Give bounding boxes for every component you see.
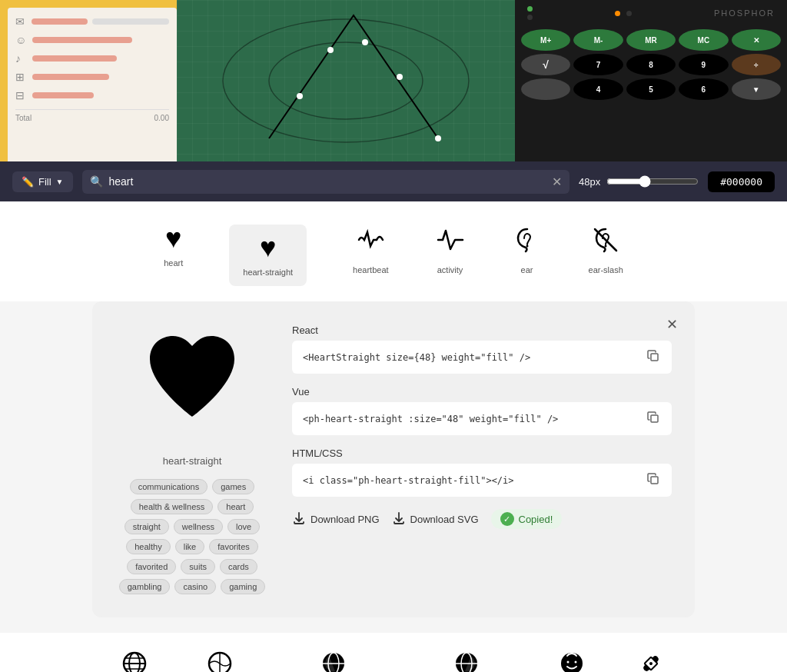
heartbeat-icon-symbol xyxy=(355,225,386,259)
download-png-button[interactable]: Download PNG xyxy=(292,511,380,527)
svg-point-9 xyxy=(526,245,528,248)
envelope-icon: ✉ xyxy=(15,15,27,28)
svg-rect-12 xyxy=(651,354,658,361)
copy-icon-2 xyxy=(647,411,659,424)
pencil-icon: ✏️ xyxy=(22,176,34,188)
search-bar: ✏️ Fill ▼ 🔍 ✕ 48px #000000 xyxy=(0,161,787,201)
clear-button[interactable]: ✕ xyxy=(552,175,562,189)
calc-btn-6[interactable]: 6 xyxy=(679,78,728,100)
receipt-row-3: ♪ xyxy=(15,52,169,65)
react-code-box: <HeartStraight size={48} weight="fill" /… xyxy=(292,341,672,374)
image-icon: ⊞ xyxy=(15,71,28,83)
search-input-wrap[interactable]: 🔍 ✕ xyxy=(82,170,569,194)
calc-btn-sqrt[interactable]: √ xyxy=(521,54,570,75)
icon-preview-name: heart-straight xyxy=(163,455,222,467)
globe-icon-symbol xyxy=(119,648,150,672)
search-input[interactable] xyxy=(109,175,546,188)
copied-badge: ✓ Copied! xyxy=(491,509,563,529)
dot-orange xyxy=(615,11,620,16)
icon-preview-large xyxy=(138,324,246,446)
icon-item-globe-hemisphere-west[interactable]: globe-hemisphere-west xyxy=(423,648,510,672)
tag-healthy: healthy xyxy=(126,539,170,554)
calc-button-grid: M+ M- MR MC ✕ √ 7 8 9 ÷ 4 5 6 ▼ xyxy=(515,26,787,103)
download-svg-button[interactable]: Download SVG xyxy=(392,511,479,527)
color-button[interactable]: #000000 xyxy=(708,171,775,192)
svg-rect-13 xyxy=(651,415,658,422)
copy-icon-3 xyxy=(647,473,659,485)
calc-btn-7[interactable]: 7 xyxy=(573,54,623,75)
svg-point-10 xyxy=(605,245,607,248)
receipt-bar xyxy=(32,92,94,98)
receipt-row-4: ⊞ xyxy=(15,71,169,83)
icon-item-ear[interactable]: ear xyxy=(512,225,543,286)
calc-btn-mminus[interactable]: M- xyxy=(573,29,623,51)
calc-btn-mplus[interactable]: M+ xyxy=(521,29,570,51)
receipt-row-5: ⊟ xyxy=(15,89,169,101)
tag-favorites: favorites xyxy=(209,539,258,554)
heart-icon-symbol: ♥ xyxy=(165,225,181,252)
copied-label: Copied! xyxy=(519,514,553,525)
heart-straight-icon-symbol: ♥ xyxy=(260,234,276,261)
tag-casino: casino xyxy=(174,579,216,594)
icon-item-heart-straight[interactable]: ♥ heart-straight xyxy=(229,225,307,286)
svg-line-11 xyxy=(595,229,616,251)
tag-gambling: gambling xyxy=(119,579,171,594)
dot-dark-2 xyxy=(626,11,632,16)
calc-btn-mr[interactable]: MR xyxy=(626,29,676,51)
receipt-row-1: ✉ xyxy=(15,15,169,28)
tag-suits: suits xyxy=(181,559,215,574)
icon-item-heartbeat[interactable]: heartbeat xyxy=(353,225,388,286)
ear-icon-symbol xyxy=(512,225,543,259)
graph-svg xyxy=(177,0,515,161)
heartbeat-icon-label: heartbeat xyxy=(353,265,388,274)
svg-point-6 xyxy=(397,74,403,80)
receipt-bar xyxy=(92,18,169,25)
icon-item-globe-simple[interactable]: globe-simple xyxy=(196,648,244,672)
receipt-bar xyxy=(32,55,117,62)
calc-btn-chevron[interactable]: ▼ xyxy=(732,78,781,100)
close-button[interactable]: ✕ xyxy=(661,314,682,335)
calc-btn-div[interactable]: ÷ xyxy=(732,54,781,75)
download-svg-icon xyxy=(392,511,406,527)
calc-btn-mc[interactable]: MC xyxy=(679,29,728,51)
calc-btn-5[interactable]: 5 xyxy=(626,78,676,100)
icon-item-globe-hemisphere-east[interactable]: globe-hemisphere-east xyxy=(290,648,377,672)
dot-dark xyxy=(527,15,533,20)
size-slider[interactable] xyxy=(606,175,699,188)
size-control: 48px xyxy=(579,175,699,188)
icon-item-bandaids[interactable]: bandaids xyxy=(633,648,668,672)
icon-grid-top: ♥ heart ♥ heart-straight heartbeat activ… xyxy=(0,201,787,301)
fill-button[interactable]: ✏️ Fill ▼ xyxy=(12,171,73,192)
icon-item-activity[interactable]: activity xyxy=(435,225,466,286)
top-banner: ✉ ☺ ♪ ⊞ ⊟ Total 0.00 xyxy=(0,0,787,161)
react-copy-button[interactable] xyxy=(646,348,661,366)
icon-item-heart[interactable]: ♥ heart xyxy=(164,225,183,286)
tag-wellness: wellness xyxy=(174,519,223,534)
calc-btn-9[interactable]: 9 xyxy=(679,54,728,75)
svg-rect-0 xyxy=(177,0,515,161)
globe-east-icon-symbol xyxy=(318,648,349,672)
fill-chevron-icon: ▼ xyxy=(56,178,64,186)
tag-gaming: gaming xyxy=(221,579,265,594)
icon-item-baby[interactable]: baby xyxy=(556,648,587,672)
calc-indicator-dots xyxy=(527,6,533,20)
baby-icon-symbol xyxy=(556,648,587,672)
calc-btn-mult[interactable]: ✕ xyxy=(732,29,781,51)
calc-btn-8[interactable]: 8 xyxy=(626,54,676,75)
icon-item-ear-slash[interactable]: ear-slash xyxy=(589,225,623,286)
receipt-row-2: ☺ xyxy=(15,34,169,46)
copy-icon xyxy=(647,350,659,362)
html-copy-button[interactable] xyxy=(646,471,661,489)
download-svg-label: Download SVG xyxy=(410,514,479,525)
vue-copy-button[interactable] xyxy=(646,410,661,427)
react-label: React xyxy=(292,324,672,336)
globe-west-icon-symbol xyxy=(451,648,482,672)
tag-cards: cards xyxy=(220,559,257,574)
size-label: 48px xyxy=(579,176,600,188)
code-panel: React <HeartStraight size={48} weight="f… xyxy=(292,324,672,594)
react-section: React <HeartStraight size={48} weight="f… xyxy=(292,324,672,374)
svg-point-30 xyxy=(575,661,577,664)
icon-item-globe[interactable]: globe xyxy=(119,648,150,672)
svg-point-5 xyxy=(362,39,368,45)
calc-btn-4[interactable]: 4 xyxy=(573,78,623,100)
